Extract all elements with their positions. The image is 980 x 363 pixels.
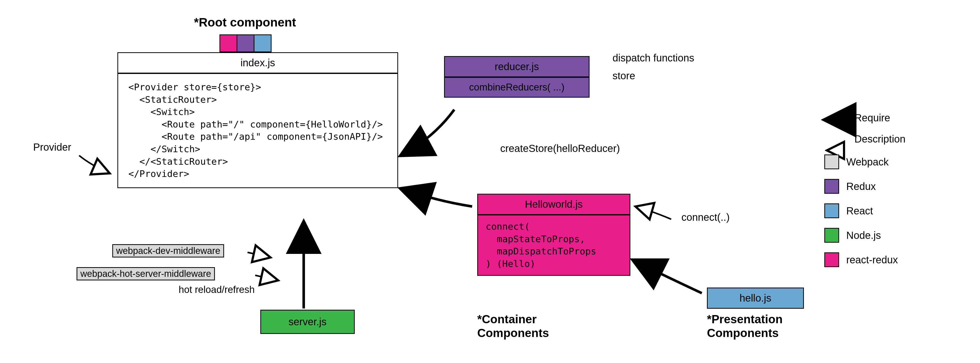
box-reducer-js: reducer.js combineReducers( ...) [444,56,590,98]
box-hello-js: hello.js [707,287,804,309]
box-index-js: index.js <Provider store={store}> <Stati… [118,52,398,188]
box-index-code: <Provider store={store}> <StaticRouter> … [118,74,397,187]
legend-react-swatch [824,203,839,218]
legend-redux-row: Redux [824,179,905,194]
index-color-tags [220,35,272,53]
box-reducer-body: combineReducers( ...) [445,78,589,97]
label-hot-reload: hot reload/refresh [179,284,255,295]
heading-container-components: *Container Components [477,312,549,340]
legend-webpack-row: Webpack [824,154,905,169]
box-helloworld-title: Helloworld.js [478,195,630,216]
tag-reactredux [220,35,237,52]
legend-node-row: Node.js [824,228,905,243]
label-dispatch: dispatch functions [612,52,694,64]
legend-react-row: React [824,203,905,218]
legend-reactredux-row: react-redux [824,252,905,267]
heading-root-component: *Root component [194,15,296,29]
box-server-title: server.js [261,311,354,333]
box-helloworld-js: Helloworld.js connect( mapStateToProps, … [477,194,630,276]
box-helloworld-body: connect( mapStateToProps, mapDispatchToP… [478,216,630,275]
legend-react-label: React [846,205,873,217]
pill-webpack-hot-server-middleware: webpack-hot-server-middleware [76,267,215,281]
box-server-js: server.js [260,310,355,334]
box-index-title: index.js [118,53,397,74]
legend: Require Description Webpack Redux React … [824,112,905,277]
legend-require-row: Require [824,112,905,124]
legend-node-label: Node.js [846,230,881,241]
pill-webpack-dev-middleware: webpack-dev-middleware [112,244,224,257]
legend-description-label: Description [854,133,905,145]
label-store: store [612,70,635,82]
legend-redux-swatch [824,179,839,194]
box-reducer-title: reducer.js [445,57,589,78]
legend-reactredux-label: react-redux [846,254,898,266]
tag-react [254,35,272,52]
heading-presentation-components: *Presentation Components [707,312,783,340]
label-createstore: createStore(helloReducer) [500,143,620,154]
legend-node-swatch [824,228,839,243]
legend-require-label: Require [854,112,890,124]
tag-redux [237,35,255,52]
legend-webpack-label: Webpack [846,156,889,168]
label-provider: Provider [33,141,71,153]
label-connect: connect(..) [681,212,730,223]
legend-reactredux-swatch [824,252,839,267]
legend-webpack-swatch [824,154,839,169]
legend-redux-label: Redux [846,181,876,192]
legend-description-row: Description [824,133,905,145]
box-hello-title: hello.js [708,288,803,308]
